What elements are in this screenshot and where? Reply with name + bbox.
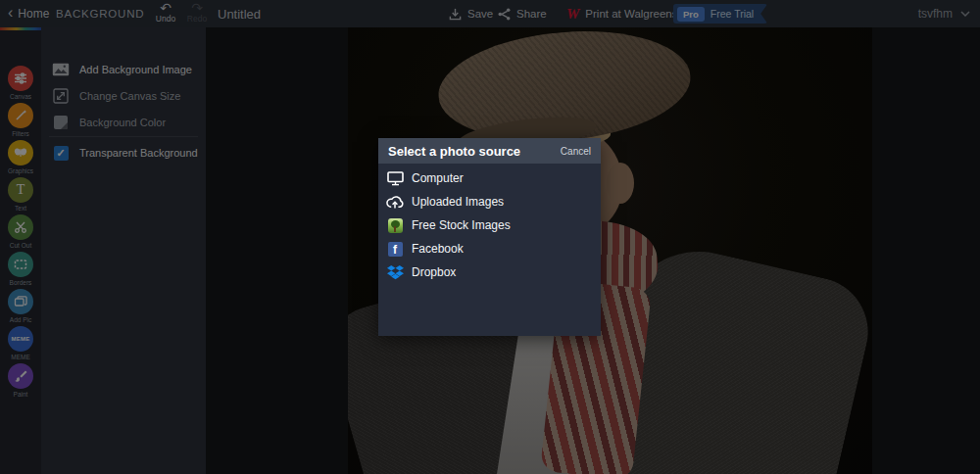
source-facebook[interactable]: f Facebook xyxy=(378,237,601,261)
source-computer[interactable]: Computer xyxy=(378,166,601,190)
source-dropbox[interactable]: Dropbox xyxy=(378,261,601,284)
source-label: Free Stock Images xyxy=(412,218,511,232)
dialog-body: Computer Uploaded Images Free Stock Imag… xyxy=(378,164,601,336)
source-label: Computer xyxy=(412,171,464,185)
dialog-header: Select a photo source Cancel xyxy=(378,138,601,164)
source-label: Dropbox xyxy=(412,265,456,279)
monitor-icon xyxy=(386,170,404,187)
source-label: Uploaded Images xyxy=(412,195,504,209)
cloud-upload-icon xyxy=(386,194,404,211)
photo-source-dialog: Select a photo source Cancel Computer Up… xyxy=(378,138,601,336)
stock-image-icon xyxy=(386,217,404,234)
source-uploaded-images[interactable]: Uploaded Images xyxy=(378,190,601,213)
source-free-stock-images[interactable]: Free Stock Images xyxy=(378,213,601,237)
dialog-title: Select a photo source xyxy=(388,144,520,159)
dropbox-icon xyxy=(386,264,404,281)
source-label: Facebook xyxy=(412,242,464,256)
facebook-icon: f xyxy=(386,241,404,258)
cancel-button[interactable]: Cancel xyxy=(561,146,591,157)
photo-editor-app: ‹ Home BACKGROUND ↶ Undo ↷ Redo Untitled… xyxy=(0,0,980,474)
